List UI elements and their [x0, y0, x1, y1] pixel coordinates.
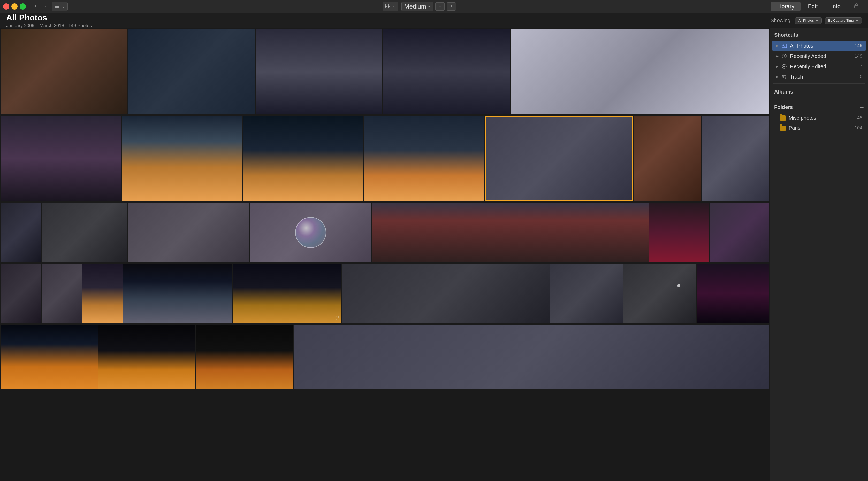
sidebar: Shortcuts + ▶ All Photos 149 ▶: [770, 28, 868, 481]
photo-cell[interactable]: [710, 203, 769, 262]
photo-cell[interactable]: [364, 116, 484, 201]
sidebar-item-all-photos-count: 149: [855, 43, 862, 49]
photo-cell[interactable]: [128, 29, 255, 115]
view-mode-button[interactable]: [382, 2, 398, 11]
sidebar-folder-paris[interactable]: Paris 104: [772, 123, 866, 133]
list-view-button[interactable]: [52, 2, 68, 11]
sidebar-item-trash-label: Trash: [790, 74, 857, 80]
photo-cell[interactable]: [623, 264, 696, 323]
photo-count: 149 Photos: [68, 23, 92, 28]
photo-cell[interactable]: [1, 325, 98, 389]
photo-cell[interactable]: [98, 325, 195, 389]
photo-cell[interactable]: [1, 29, 127, 115]
photo-row-1: [1, 29, 769, 115]
medium-selector[interactable]: Medium: [401, 2, 433, 11]
photo-cell[interactable]: [243, 116, 363, 201]
sidebar-albums-header: Albums +: [770, 85, 868, 97]
shortcuts-label: Shortcuts: [774, 32, 798, 38]
sub-header-right: Showing: All Photos By Capture Time: [771, 17, 862, 24]
albums-label: Albums: [774, 89, 793, 95]
sidebar-item-recently-edited[interactable]: ▶ Recently Edited 7: [772, 62, 866, 71]
sidebar-item-trash-count: 0: [860, 74, 862, 79]
photo-row-3: [1, 203, 769, 262]
tab-edit[interactable]: Edit: [802, 2, 824, 11]
sort-button[interactable]: By Capture Time: [825, 17, 862, 24]
photo-cell[interactable]: [256, 29, 382, 115]
showing-value-text: All Photos: [798, 19, 814, 23]
photo-cell[interactable]: [649, 203, 709, 262]
photo-cell[interactable]: [196, 325, 293, 389]
title-bar-center: Medium − +: [68, 2, 771, 11]
sidebar-folders-header: Folders +: [770, 101, 868, 113]
tab-lock[interactable]: [848, 2, 865, 11]
zoom-out-button[interactable]: −: [435, 2, 444, 10]
photo-row-4: ♡: [1, 264, 769, 323]
svg-rect-3: [385, 4, 387, 6]
all-photos-icon: [781, 43, 787, 49]
page-title-area: All Photos January 2009 – March 2018 149…: [6, 13, 771, 28]
minimize-button[interactable]: [11, 3, 18, 9]
folders-label: Folders: [774, 104, 793, 110]
photo-cell[interactable]: [342, 264, 550, 323]
window-controls: [3, 3, 26, 9]
maximize-button[interactable]: [20, 3, 26, 9]
photo-grid: ♡: [0, 28, 770, 481]
sidebar-folder-misc[interactable]: Misc photos 45: [772, 113, 866, 123]
page-title: All Photos: [6, 13, 47, 23]
photo-cell[interactable]: [128, 203, 249, 262]
photo-cell[interactable]: [1, 264, 41, 323]
sidebar-item-recently-added-label: Recently Added: [790, 53, 852, 59]
tab-library[interactable]: Library: [771, 2, 801, 11]
photo-cell[interactable]: [702, 116, 769, 201]
recently-added-icon: [781, 53, 787, 59]
photo-cell-selected[interactable]: [485, 116, 633, 201]
sidebar-item-recently-added[interactable]: ▶ Recently Added 149: [772, 51, 866, 61]
sidebar-item-recently-edited-count: 7: [860, 64, 862, 69]
folder-icon: [780, 116, 786, 121]
svg-rect-6: [388, 6, 390, 8]
sidebar-item-all-photos[interactable]: ▶ All Photos 149: [772, 41, 866, 51]
photo-cell[interactable]: [122, 116, 242, 201]
close-button[interactable]: [3, 3, 9, 9]
folders-add-button[interactable]: +: [860, 103, 864, 111]
recently-edited-icon: [781, 63, 787, 69]
photo-cell[interactable]: [696, 264, 769, 323]
photo-row-5: [1, 325, 769, 389]
sidebar-item-trash[interactable]: ▶ Trash 0: [772, 72, 866, 82]
photo-cell[interactable]: [372, 203, 649, 262]
photo-cell[interactable]: [383, 29, 510, 115]
svg-rect-5: [385, 6, 387, 8]
showing-label: Showing:: [771, 18, 792, 24]
zoom-in-button[interactable]: +: [447, 2, 456, 10]
svg-rect-4: [388, 4, 390, 6]
photo-cell[interactable]: [510, 29, 769, 115]
sub-header: All Photos January 2009 – March 2018 149…: [0, 13, 868, 28]
nav-forward-button[interactable]: [41, 2, 50, 11]
title-bar: Medium − + Library Edit Info: [0, 0, 868, 13]
sidebar-folder-misc-count: 45: [857, 115, 862, 121]
date-range: January 2009 – March 2018: [6, 23, 64, 28]
photo-cell[interactable]: [550, 264, 623, 323]
albums-add-button[interactable]: +: [860, 88, 864, 96]
showing-value-button[interactable]: All Photos: [795, 17, 822, 24]
shortcuts-add-button[interactable]: +: [860, 31, 864, 39]
photo-cell[interactable]: [83, 264, 123, 323]
photo-cell[interactable]: [42, 203, 127, 262]
photo-cell[interactable]: [1, 203, 41, 262]
photo-cell[interactable]: [294, 325, 769, 389]
expand-arrow: ▶: [776, 54, 779, 58]
sidebar-folder-paris-count: 104: [855, 125, 862, 131]
photo-grid-container: ♡: [0, 28, 770, 481]
sidebar-folder-paris-label: Paris: [788, 125, 852, 131]
nav-back-button[interactable]: [31, 2, 40, 11]
photo-cell[interactable]: [250, 203, 371, 262]
photo-cell[interactable]: [123, 264, 232, 323]
photo-cell[interactable]: [1, 116, 121, 201]
photo-cell[interactable]: [42, 264, 82, 323]
folder-icon: [780, 126, 786, 131]
expand-arrow: ▶: [776, 44, 779, 48]
photo-cell[interactable]: [634, 116, 701, 201]
photo-cell[interactable]: ♡: [232, 264, 341, 323]
svg-rect-7: [855, 5, 858, 8]
tab-info[interactable]: Info: [825, 2, 847, 11]
